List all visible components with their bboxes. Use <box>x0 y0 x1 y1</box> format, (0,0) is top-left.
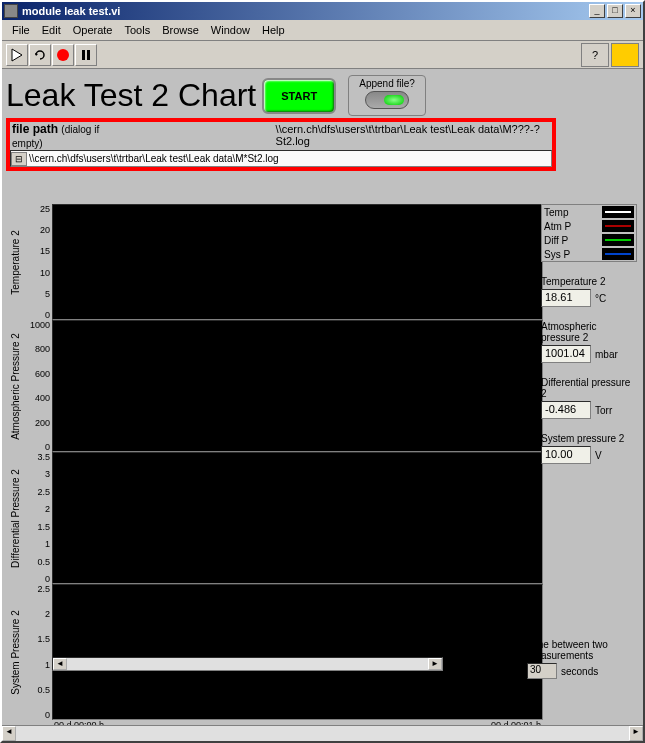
legend-item-temp[interactable]: Temp <box>542 205 636 219</box>
right-panel: Temp Atm P Diff P Sys P Temperature 2 18… <box>541 204 637 464</box>
run-button[interactable] <box>6 44 28 66</box>
front-panel: Leak Test 2 Chart START Append file? fil… <box>2 69 643 725</box>
time-between-unit: seconds <box>561 666 598 677</box>
browse-icon[interactable]: ⊟ <box>11 152 27 166</box>
legend: Temp Atm P Diff P Sys P <box>541 204 637 262</box>
window-title: module leak test.vi <box>22 5 587 17</box>
scroll-left-icon[interactable]: ◄ <box>53 658 67 670</box>
sys-value[interactable]: 10.00 <box>541 446 591 464</box>
reading-temp: Temperature 2 18.61°C <box>541 276 637 307</box>
stop-icon <box>57 49 69 61</box>
page-title: Leak Test 2 Chart <box>6 77 256 114</box>
svg-rect-0 <box>82 50 85 60</box>
menu-tools[interactable]: Tools <box>118 22 156 38</box>
diff-unit: Torr <box>595 405 612 416</box>
maximize-button[interactable]: □ <box>607 4 623 18</box>
menu-help[interactable]: Help <box>256 22 291 38</box>
chart1-ylabel: Temperature 2 <box>10 230 21 294</box>
temp-value[interactable]: 18.61 <box>541 289 591 307</box>
chart-atm-pressure[interactable] <box>52 320 543 452</box>
atm-value[interactable]: 1001.04 <box>541 345 591 363</box>
chart2-yticks: 10008006004002000 <box>22 320 52 452</box>
legend-item-diffp[interactable]: Diff P <box>542 233 636 247</box>
reading-diff: Differential pressure 2 -0.486Torr <box>541 377 637 419</box>
chart-sys-pressure[interactable] <box>52 584 543 720</box>
sys-unit: V <box>595 450 602 461</box>
reading-atm: Atmospheric pressure 2 1001.04mbar <box>541 321 637 363</box>
svg-rect-1 <box>87 50 90 60</box>
main-window: module leak test.vi _ □ × File Edit Oper… <box>0 0 645 743</box>
diff-value[interactable]: -0.486 <box>541 401 591 419</box>
default-path-text: \\cern.ch\dfs\users\t\trtbar\Leak test\L… <box>126 123 552 147</box>
win-scroll-right-icon[interactable]: ► <box>629 726 643 741</box>
time-between-value[interactable]: 30 <box>527 663 557 679</box>
append-file-toggle[interactable] <box>365 91 409 109</box>
chart-temperature[interactable] <box>52 204 543 320</box>
atm-unit: mbar <box>595 349 618 360</box>
start-button[interactable]: START <box>262 78 336 114</box>
file-path-label: file path (dialog if empty) <box>10 122 126 150</box>
pause-button[interactable] <box>75 44 97 66</box>
abort-button[interactable] <box>52 44 74 66</box>
win-scroll-left-icon[interactable]: ◄ <box>2 726 16 741</box>
highlight-box: file path (dialog if empty) \\cern.ch\df… <box>6 118 556 171</box>
append-file-group: Append file? <box>348 75 426 116</box>
vi-icon[interactable] <box>611 43 639 67</box>
chart4-ylabel: System Pressure 2 <box>10 610 21 694</box>
menubar: File Edit Operate Tools Browse Window He… <box>2 20 643 41</box>
append-file-label: Append file? <box>359 78 415 89</box>
file-path-value: \\cern.ch\dfs\users\t\trtbar\Leak test\L… <box>27 153 551 164</box>
context-help-button[interactable]: ? <box>581 43 609 67</box>
minimize-button[interactable]: _ <box>589 4 605 18</box>
legend-item-atmp[interactable]: Atm P <box>542 219 636 233</box>
menu-edit[interactable]: Edit <box>36 22 67 38</box>
xaxis-ticks: 00 d 00:00 h00 d 00:01 h <box>52 720 543 725</box>
chart1-yticks: 2520151050 <box>22 204 52 320</box>
chart3-ylabel: Differential Pressure 2 <box>10 469 21 568</box>
chart3-yticks: 3.532.521.510.50 <box>22 452 52 584</box>
chart-diff-pressure[interactable] <box>52 452 543 584</box>
chart4-yticks: 2.521.510.50 <box>22 584 52 720</box>
temp-unit: °C <box>595 293 606 304</box>
file-path-control[interactable]: ⊟ \\cern.ch\dfs\users\t\trtbar\Leak test… <box>10 150 552 167</box>
menu-window[interactable]: Window <box>205 22 256 38</box>
run-continuous-button[interactable] <box>29 44 51 66</box>
chart-scrollbar[interactable]: ◄ ► <box>52 657 443 671</box>
chart-area: Temperature 2 2520151050 Atmospheric Pre… <box>8 204 543 693</box>
app-icon <box>4 4 18 18</box>
menu-browse[interactable]: Browse <box>156 22 205 38</box>
time-between-label: Time between two measurements <box>527 639 637 661</box>
chart2-ylabel: Atmospheric Pressure 2 <box>10 333 21 440</box>
window-hscrollbar[interactable]: ◄ ► <box>2 725 643 741</box>
close-button[interactable]: × <box>625 4 641 18</box>
legend-item-sysp[interactable]: Sys P <box>542 247 636 261</box>
reading-sys: System pressure 2 10.00V <box>541 433 637 464</box>
scroll-right-icon[interactable]: ► <box>428 658 442 670</box>
titlebar: module leak test.vi _ □ × <box>2 2 643 20</box>
menu-operate[interactable]: Operate <box>67 22 119 38</box>
menu-file[interactable]: File <box>6 22 36 38</box>
toolbar: ? <box>2 41 643 69</box>
time-between-group: Time between two measurements 30seconds <box>527 639 637 679</box>
